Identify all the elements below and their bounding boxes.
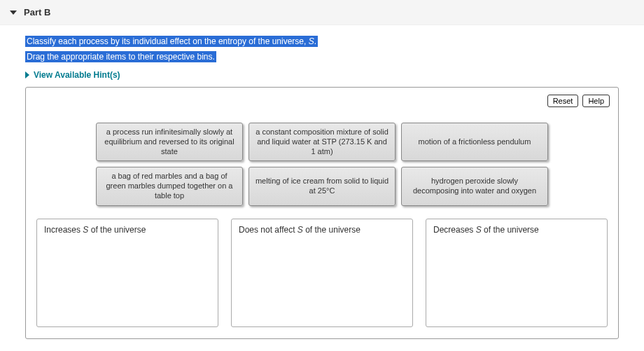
- bin-sym: S: [298, 225, 303, 235]
- reset-button[interactable]: Reset: [547, 95, 579, 107]
- bins-row: Increases S of the universe Does not aff…: [34, 219, 610, 327]
- prompt-suffix: .: [314, 36, 316, 46]
- chevron-right-icon: [25, 71, 29, 78]
- view-hints-toggle[interactable]: View Available Hint(s): [25, 70, 619, 80]
- items-row-2: a bag of red marbles and a bag of green …: [96, 167, 548, 205]
- draggable-items-zone: a process run infinitesimally slowly at …: [34, 123, 610, 206]
- part-title: Part B: [24, 7, 50, 18]
- items-row-1: a process run infinitesimally slowly at …: [96, 123, 548, 161]
- prompt-prefix: Classify each process by its individual …: [27, 36, 309, 46]
- drag-item[interactable]: melting of ice cream from solid to liqui…: [248, 167, 396, 205]
- bin-no-effect[interactable]: Does not affect S of the universe: [231, 219, 413, 327]
- bin-increases[interactable]: Increases S of the universe: [36, 219, 218, 327]
- section-header[interactable]: Part B: [0, 0, 644, 25]
- help-button[interactable]: Help: [582, 95, 610, 107]
- prompt-text-1: Classify each process by its individual …: [25, 36, 318, 47]
- prompt-line-1: Classify each process by its individual …: [25, 35, 619, 48]
- bin-suf: of the universe: [88, 225, 146, 235]
- bin-label-decreases: Decreases S of the universe: [433, 225, 600, 235]
- drag-item[interactable]: a process run infinitesimally slowly at …: [96, 123, 243, 161]
- bin-pre: Does not affect: [239, 225, 298, 235]
- bin-sym: S: [476, 225, 482, 235]
- prompt-symbol: S: [309, 36, 314, 46]
- bin-pre: Increases: [44, 225, 83, 235]
- bin-label-increases: Increases S of the universe: [44, 225, 211, 235]
- sorting-panel: Reset Help a process run infinitesimally…: [25, 87, 619, 339]
- drag-item[interactable]: motion of a frictionless pendulum: [401, 123, 548, 161]
- bin-suf: of the universe: [303, 225, 360, 235]
- drag-item[interactable]: hydrogen peroxide slowly decomposing int…: [401, 167, 548, 205]
- content-area: Classify each process by its individual …: [0, 25, 644, 339]
- prompt-line-2: Drag the appropriate items to their resp…: [25, 50, 619, 63]
- chevron-down-icon: [10, 11, 17, 15]
- bin-label-noeffect: Does not affect S of the universe: [239, 225, 405, 235]
- bin-pre: Decreases: [433, 225, 476, 235]
- drag-item[interactable]: a constant composition mixture of solid …: [248, 123, 396, 161]
- bin-suf: of the universe: [482, 225, 539, 235]
- panel-toolbar: Reset Help: [34, 95, 610, 107]
- hints-label: View Available Hint(s): [34, 70, 120, 80]
- bin-decreases[interactable]: Decreases S of the universe: [426, 219, 608, 327]
- prompt-text-2: Drag the appropriate items to their resp…: [25, 51, 216, 62]
- drag-item[interactable]: a bag of red marbles and a bag of green …: [96, 167, 243, 205]
